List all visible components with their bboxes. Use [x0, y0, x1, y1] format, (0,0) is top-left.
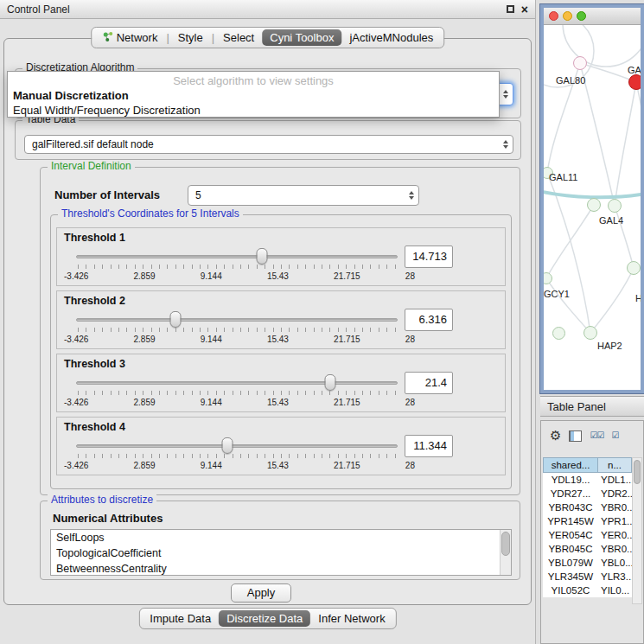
numerical-attributes-list[interactable]: SelfLoops TopologicalCoefficient Between… [50, 529, 512, 576]
threshold-value-field[interactable]: 14.713 [405, 245, 453, 268]
network-node[interactable] [628, 74, 641, 90]
combo-value: galFiltered.sif default node [32, 138, 154, 150]
threshold-slider[interactable]: -3.426 2.859 9.144 15.43 21.715 28 [76, 370, 398, 410]
slider-ticks [78, 391, 396, 395]
network-node[interactable] [573, 56, 587, 70]
minimize-traffic-light-icon[interactable] [563, 11, 572, 21]
tab-label: Cyni Toolbox [270, 31, 334, 44]
cell-name: YER0... [598, 528, 632, 542]
slider-handle[interactable] [170, 311, 182, 328]
scale-tick-label: -3.426 [64, 461, 88, 470]
cyni-toolbox-panel: Discretization Algorithm Table Data galF… [3, 38, 532, 605]
tab-label: Style [178, 31, 203, 44]
network-node-label: GAL80 [556, 75, 585, 86]
threshold-value-field[interactable]: 6.316 [405, 309, 453, 331]
columns-icon[interactable] [569, 430, 582, 442]
table-row[interactable]: YPR145W YPR1... [543, 514, 632, 528]
threshold-label: Threshold 2 [64, 295, 125, 307]
bottom-tab-bar: Impute Data Discretize Data Infer Networ… [138, 608, 396, 629]
combo-spinner-icon [503, 90, 508, 99]
selection-mode-icon[interactable]: ☑ [611, 429, 618, 443]
cell-name: YBL0... [598, 556, 632, 570]
group-label: Threshold's Coordinates for 5 Intervals [58, 207, 243, 220]
network-canvas[interactable]: GAL80 GA GAL11 GAL4 GCY1 HAP2 H [544, 25, 641, 389]
network-icon [102, 31, 113, 45]
table-row[interactable]: YER054C YER0... [543, 528, 632, 542]
slider-scale: -3.426 2.859 9.144 15.43 21.715 28 [64, 461, 415, 470]
tab-jactivemnodules[interactable]: jActiveMNodules [341, 29, 441, 46]
slider-scale: -3.426 2.859 9.144 15.43 21.715 28 [64, 335, 415, 344]
column-header-name[interactable]: n... [598, 457, 632, 473]
attribute-list-item[interactable]: BetweennessCentrality [51, 561, 511, 576]
tab-network[interactable]: Network [94, 29, 166, 47]
combo-value: 5 [195, 189, 201, 201]
scrollbar-thumb[interactable] [501, 532, 510, 556]
close-icon[interactable]: × [521, 3, 528, 16]
scrollbar-thumb[interactable] [634, 460, 641, 484]
attribute-list-item[interactable]: TopologicalCoefficient [51, 545, 511, 561]
table-row[interactable]: YDR27... YDR2... [543, 487, 632, 501]
network-node[interactable] [583, 326, 597, 340]
slider-handle[interactable] [221, 437, 233, 454]
combo-spinner-icon [409, 191, 414, 200]
threshold-slider[interactable]: -3.426 2.859 9.144 15.43 21.715 28 [76, 244, 398, 284]
threshold-label: Threshold 3 [64, 358, 125, 370]
table-row[interactable]: YBR045C YBR0... [543, 542, 632, 556]
apply-button[interactable]: Apply [231, 583, 291, 603]
threshold-slider[interactable]: -3.426 2.859 9.144 15.43 21.715 28 [76, 307, 398, 347]
thresholds-group: Threshold's Coordinates for 5 Intervals … [50, 214, 512, 489]
threshold-value-field[interactable]: 11.344 [405, 435, 453, 457]
threshold-panel: Threshold 2 -3.426 2.859 9.144 [56, 290, 506, 349]
tab-cyni-toolbox[interactable]: Cyni Toolbox [262, 29, 341, 46]
cell-name: YBR0... [598, 501, 632, 514]
table-row[interactable]: YDL19... YDL1... [543, 473, 632, 487]
tab-separator: | [166, 31, 169, 44]
network-node[interactable] [608, 199, 622, 213]
scale-tick-label: 2.859 [134, 335, 156, 344]
cell-shared-name: YIL052C [543, 583, 598, 597]
popup-option-equal-width-frequency[interactable]: Equal Width/Frequency Discretization [8, 103, 499, 118]
popup-option-manual-discretization[interactable]: Manual Discretization [8, 87, 499, 103]
network-node[interactable] [587, 198, 601, 212]
table-row[interactable]: YLR345W YLR3... [543, 570, 632, 583]
tab-infer-network[interactable]: Infer Network [310, 610, 392, 627]
window-controls: × [507, 3, 528, 16]
scale-tick-label: 2.859 [134, 398, 156, 407]
network-node[interactable] [552, 327, 565, 340]
float-window-icon[interactable] [507, 5, 514, 13]
network-node[interactable] [627, 261, 641, 275]
table-scrollbar[interactable] [632, 457, 642, 604]
table-row[interactable]: YBL079W YBL0... [543, 556, 632, 570]
threshold-value-field[interactable]: 21.4 [405, 372, 453, 394]
slider-handle[interactable] [256, 248, 267, 265]
close-traffic-light-icon[interactable] [549, 11, 558, 21]
tab-style[interactable]: Style [170, 29, 211, 46]
cell-name: YIL0... [598, 583, 632, 597]
table-header-row: shared... n... [543, 457, 632, 473]
scale-tick-label: 28 [405, 461, 415, 470]
slider-groove [76, 381, 398, 385]
scale-tick-label: 28 [405, 271, 415, 281]
attribute-items: SelfLoops TopologicalCoefficient Between… [51, 530, 511, 576]
scale-tick-label: 15.43 [267, 271, 289, 281]
attribute-list-item[interactable]: SelfLoops [51, 530, 511, 545]
slider-handle[interactable] [324, 374, 335, 391]
number-of-intervals-combobox[interactable]: 5 [188, 185, 419, 206]
table-row[interactable]: YIL052C YIL0... [543, 583, 632, 597]
algorithm-dropdown-popup: Select algorithm to view settings Manual… [7, 71, 500, 118]
tab-discretize-data[interactable]: Discretize Data [219, 610, 310, 627]
screen: Control Panel × Network | Style | Select… [0, 0, 644, 644]
table-data-group: Table Data galFiltered.sif default node [15, 120, 521, 160]
zoom-traffic-light-icon[interactable] [577, 11, 586, 21]
column-header-shared-name[interactable]: shared... [543, 457, 598, 473]
table-row[interactable]: YBR043C YBR0... [543, 501, 632, 514]
cell-shared-name: YLR345W [543, 570, 598, 583]
tab-impute-data[interactable]: Impute Data [142, 610, 219, 627]
list-scrollbar[interactable] [500, 530, 511, 575]
table-data-combobox[interactable]: galFiltered.sif default node [24, 135, 513, 154]
tab-select[interactable]: Select [215, 29, 262, 46]
select-all-icon[interactable]: ☑☑ [590, 429, 603, 443]
settings-gear-icon[interactable]: ⚙ [550, 429, 561, 443]
attributes-group: Attributes to discretize Numerical Attri… [40, 501, 520, 580]
threshold-slider[interactable]: -3.426 2.859 9.144 15.43 21.715 28 [76, 433, 398, 473]
